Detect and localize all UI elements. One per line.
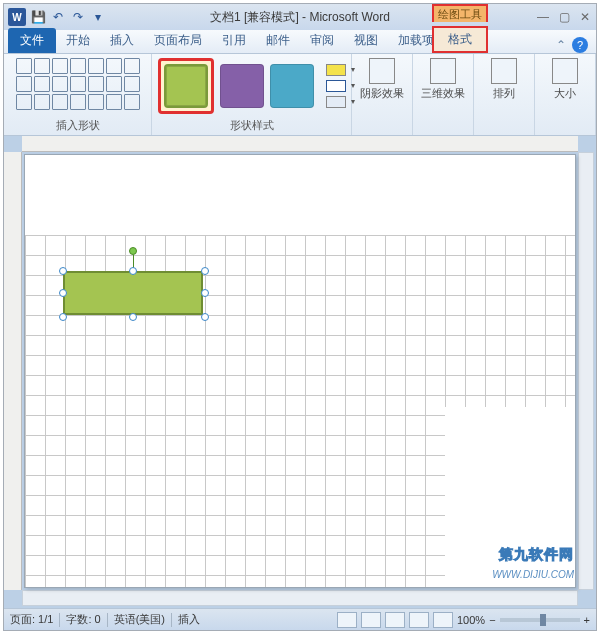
help-icon[interactable]: ?	[572, 37, 588, 53]
ribbon-tabs: 文件 开始 插入 页面布局 引用 邮件 审阅 视图 加载项 格式 ⌃ ?	[4, 30, 596, 54]
quick-access-toolbar: 💾 ↶ ↷ ▾	[30, 9, 106, 25]
horizontal-ruler[interactable]	[22, 136, 578, 152]
3d-effects-button[interactable]: 三维效果	[419, 58, 467, 101]
contextual-tab-label: 绘图工具	[432, 4, 488, 22]
maximize-icon[interactable]: ▢	[559, 10, 570, 24]
group-arrange: 排列	[474, 54, 535, 135]
tab-mailings[interactable]: 邮件	[256, 28, 300, 53]
arrange-button[interactable]: 排列	[480, 58, 528, 101]
group-size: 大小	[535, 54, 596, 135]
zoom-out-icon[interactable]: −	[489, 614, 495, 626]
style-swatch-selected[interactable]	[158, 58, 214, 114]
change-shape-button[interactable]	[326, 96, 346, 108]
tab-file[interactable]: 文件	[8, 28, 56, 53]
vertical-scrollbar[interactable]	[578, 152, 594, 590]
close-icon[interactable]: ✕	[580, 10, 590, 24]
view-outline-icon[interactable]	[409, 612, 429, 628]
watermark-text: 第九软件网	[499, 546, 574, 564]
window-title: 文档1 [兼容模式] - Microsoft Word	[210, 9, 390, 26]
resize-handle-w[interactable]	[59, 289, 67, 297]
shape-outline-button[interactable]	[326, 80, 346, 92]
size-button[interactable]: 大小	[541, 58, 589, 101]
style-swatch-teal[interactable]	[270, 64, 314, 108]
group-label-styles: 形状样式	[230, 118, 274, 133]
tab-review[interactable]: 审阅	[300, 28, 344, 53]
style-swatch-purple[interactable]	[220, 64, 264, 108]
document-page[interactable]	[24, 154, 576, 588]
tab-insert[interactable]: 插入	[100, 28, 144, 53]
group-shape-styles: 形状样式	[152, 54, 352, 135]
tab-format[interactable]: 格式	[432, 26, 488, 53]
undo-icon[interactable]: ↶	[50, 9, 66, 25]
shadow-icon	[369, 58, 395, 84]
cube-icon	[430, 58, 456, 84]
shapes-gallery[interactable]	[16, 58, 140, 110]
resize-handle-nw[interactable]	[59, 267, 67, 275]
resize-handle-sw[interactable]	[59, 313, 67, 321]
resize-handle-se[interactable]	[201, 313, 209, 321]
resize-handle-e[interactable]	[201, 289, 209, 297]
status-mode[interactable]: 插入	[178, 612, 200, 627]
save-icon[interactable]: 💾	[30, 9, 46, 25]
document-area: 第九软件网 WWW.DIJIU.COM	[4, 136, 596, 608]
rotation-handle[interactable]	[129, 247, 137, 255]
status-bar: 页面: 1/1 字数: 0 英语(美国) 插入 100% − +	[4, 608, 596, 630]
view-web-icon[interactable]	[385, 612, 405, 628]
group-3d: 三维效果	[413, 54, 474, 135]
view-draft-icon[interactable]	[433, 612, 453, 628]
zoom-in-icon[interactable]: +	[584, 614, 590, 626]
app-icon: W	[8, 8, 26, 26]
status-language[interactable]: 英语(美国)	[114, 612, 165, 627]
group-shadow: 阴影效果	[352, 54, 413, 135]
shape-fill-button[interactable]	[326, 64, 346, 76]
view-print-layout-icon[interactable]	[337, 612, 357, 628]
zoom-label[interactable]: 100%	[457, 614, 485, 626]
view-fullscreen-icon[interactable]	[361, 612, 381, 628]
zoom-slider[interactable]	[500, 618, 580, 622]
resize-handle-s[interactable]	[129, 313, 137, 321]
status-page[interactable]: 页面: 1/1	[10, 612, 53, 627]
arrange-icon	[491, 58, 517, 84]
watermark-url: WWW.DIJIU.COM	[492, 569, 574, 580]
redo-icon[interactable]: ↷	[70, 9, 86, 25]
minimize-icon[interactable]: —	[537, 10, 549, 24]
vertical-ruler[interactable]	[4, 152, 22, 590]
selected-rectangle-shape[interactable]	[63, 271, 203, 315]
shadow-effects-button[interactable]: 阴影效果	[358, 58, 406, 101]
tab-home[interactable]: 开始	[56, 28, 100, 53]
resize-handle-n[interactable]	[129, 267, 137, 275]
resize-handle-ne[interactable]	[201, 267, 209, 275]
ribbon-minimize-icon[interactable]: ⌃	[556, 38, 566, 52]
status-words[interactable]: 字数: 0	[66, 612, 100, 627]
window-frame: W 💾 ↶ ↷ ▾ 文档1 [兼容模式] - Microsoft Word 绘图…	[3, 3, 597, 631]
tab-view[interactable]: 视图	[344, 28, 388, 53]
ribbon: 插入形状 形状样式 阴影效果	[4, 54, 596, 136]
qat-dropdown-icon[interactable]: ▾	[90, 9, 106, 25]
group-label-shapes: 插入形状	[56, 118, 100, 133]
tab-layout[interactable]: 页面布局	[144, 28, 212, 53]
title-bar: W 💾 ↶ ↷ ▾ 文档1 [兼容模式] - Microsoft Word 绘图…	[4, 4, 596, 30]
tab-references[interactable]: 引用	[212, 28, 256, 53]
size-icon	[552, 58, 578, 84]
horizontal-scrollbar[interactable]	[22, 590, 578, 606]
group-insert-shapes: 插入形状	[4, 54, 152, 135]
